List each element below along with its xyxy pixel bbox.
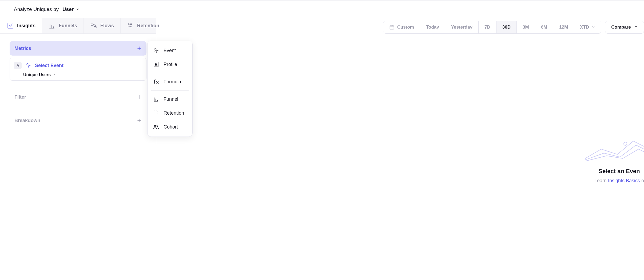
empty-state-learn-suffix: o	[640, 178, 644, 183]
svg-point-5	[128, 26, 129, 27]
svg-point-6	[130, 26, 132, 27]
popover-separator	[151, 90, 189, 91]
chevron-down-icon	[592, 25, 595, 30]
svg-rect-9	[154, 62, 158, 67]
compare-label: Compare	[611, 25, 631, 30]
funnels-icon	[49, 22, 55, 29]
popover-item-profile[interactable]: Profile	[148, 57, 192, 71]
popover-item-retention[interactable]: Retention	[148, 106, 192, 120]
report-type-tabs: Insights Funnels Flows Retention	[0, 18, 156, 34]
svg-point-10	[155, 63, 157, 65]
add-breakdown-button[interactable]	[136, 117, 143, 124]
svg-point-8	[624, 142, 627, 145]
calendar-icon	[389, 25, 395, 30]
tab-funnels[interactable]: Funnels	[42, 18, 84, 33]
analyze-uniques-label: Analyze Uniques by	[14, 6, 59, 12]
chevron-down-icon	[53, 72, 56, 77]
query-builder-panel: Insights Funnels Flows Retention	[0, 18, 156, 280]
popover-item-event[interactable]: Event	[148, 44, 192, 57]
date-range-30d[interactable]: 30D	[496, 21, 517, 33]
chevron-down-icon	[76, 7, 79, 11]
insights-icon	[7, 22, 14, 29]
metric-step-badge: A	[14, 62, 22, 69]
empty-chart-illustration	[585, 133, 644, 162]
date-range-label: 7D	[484, 25, 490, 30]
date-range-xtd[interactable]: XTD	[574, 21, 601, 33]
date-range-custom[interactable]: Custom	[383, 21, 420, 33]
empty-state-title: Select an Even	[594, 168, 644, 175]
empty-state-learn-prefix: Learn	[594, 178, 608, 183]
svg-point-12	[156, 111, 157, 112]
flows-icon	[90, 22, 97, 29]
date-range-6m[interactable]: 6M	[535, 21, 554, 33]
filter-label: Filter	[14, 94, 26, 100]
chevron-down-icon	[634, 25, 638, 30]
popover-item-funnel[interactable]: Funnel	[148, 92, 192, 106]
tab-label: Insights	[17, 23, 35, 29]
svg-point-16	[157, 125, 158, 127]
date-range-label: 30D	[502, 25, 511, 30]
add-metric-popover: Event Profile Formula Funnel Retention C…	[147, 41, 193, 137]
svg-point-15	[154, 125, 156, 127]
date-range-today[interactable]: Today	[420, 21, 445, 33]
profile-icon	[153, 61, 159, 68]
select-event-button[interactable]: Select Event	[35, 63, 63, 68]
formula-icon	[153, 79, 159, 85]
popover-item-label: Retention	[164, 110, 184, 116]
popover-separator	[151, 73, 189, 73]
date-range-label: 6M	[541, 25, 547, 30]
uniques-by-dropdown[interactable]: User	[62, 6, 79, 12]
chart-panel: Custom Today Yesterday 7D 30D 3M 6M 12M …	[156, 18, 644, 280]
popover-item-label: Funnel	[164, 96, 178, 102]
date-range-yesterday[interactable]: Yesterday	[445, 21, 479, 33]
tab-flows[interactable]: Flows	[84, 18, 121, 33]
date-range-3m[interactable]: 3M	[517, 21, 535, 33]
funnel-icon	[153, 96, 159, 102]
empty-state-subtitle: Learn Insights Basics o	[594, 178, 644, 184]
cursor-click-icon	[25, 63, 31, 68]
date-range-label: 12M	[559, 25, 568, 30]
svg-rect-1	[91, 24, 93, 25]
date-range-12m[interactable]: 12M	[553, 21, 574, 33]
svg-rect-7	[390, 26, 394, 29]
svg-point-14	[156, 113, 157, 114]
insights-basics-link[interactable]: Insights Basics	[608, 178, 640, 183]
tab-label: Funnels	[59, 23, 77, 29]
popover-item-formula[interactable]: Formula	[148, 75, 192, 89]
metric-card: A Select Event Unique Users	[10, 58, 146, 81]
svg-point-4	[130, 24, 132, 25]
measurement-dropdown[interactable]: Unique Users	[23, 72, 142, 77]
svg-point-3	[128, 24, 129, 25]
compare-button[interactable]: Compare	[605, 21, 644, 34]
popover-item-label: Formula	[164, 79, 181, 85]
tab-label: Retention	[137, 23, 159, 29]
date-range-label: XTD	[580, 25, 589, 30]
cohort-icon	[153, 124, 159, 130]
tab-insights[interactable]: Insights	[0, 18, 42, 33]
uniques-by-value: User	[62, 6, 74, 12]
date-range-label: 3M	[523, 25, 529, 30]
add-filter-button[interactable]	[136, 94, 143, 100]
filter-section-header: Filter	[10, 90, 146, 104]
popover-item-label: Profile	[164, 62, 177, 67]
date-range-7d[interactable]: 7D	[479, 21, 496, 33]
breakdown-label: Breakdown	[14, 118, 40, 123]
measurement-label: Unique Users	[23, 72, 51, 77]
popover-item-label: Cohort	[164, 124, 178, 130]
svg-point-13	[154, 113, 155, 114]
date-range-segmented: Custom Today Yesterday 7D 30D 3M 6M 12M …	[383, 21, 602, 34]
popover-item-cohort[interactable]: Cohort	[148, 120, 192, 134]
date-range-label: Yesterday	[451, 25, 472, 30]
retention-icon	[127, 22, 134, 29]
cursor-click-icon	[153, 47, 159, 54]
date-range-label: Custom	[397, 25, 414, 30]
add-metric-button[interactable]	[136, 45, 143, 52]
tab-label: Flows	[100, 23, 114, 29]
svg-rect-2	[94, 26, 96, 28]
svg-point-11	[154, 111, 155, 112]
retention-icon	[153, 110, 159, 116]
metrics-label: Metrics	[14, 46, 31, 51]
breakdown-section-header: Breakdown	[10, 113, 146, 128]
popover-item-label: Event	[164, 48, 176, 53]
empty-state: Select an Even Learn Insights Basics o	[594, 168, 644, 184]
